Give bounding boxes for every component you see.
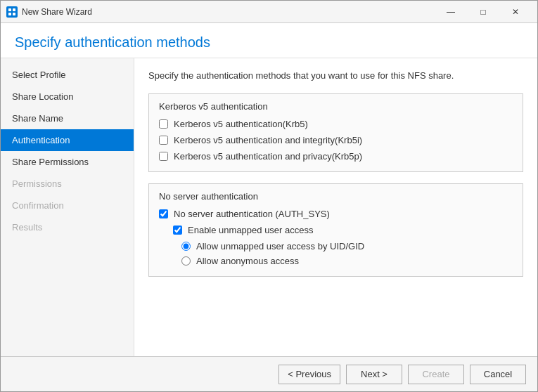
kerberos-group-title: Kerberos v5 authentication [159, 101, 513, 112]
krb5p-checkbox[interactable] [159, 152, 168, 161]
krb5p-row: Kerberos v5 authentication and privacy(K… [159, 151, 513, 162]
kerberos-group: Kerberos v5 authentication Kerberos v5 a… [148, 93, 523, 172]
krb5p-label: Kerberos v5 authentication and privacy(K… [174, 151, 362, 162]
svg-rect-2 [8, 13, 11, 15]
sidebar: Select Profile Share Location Share Name… [1, 58, 134, 356]
footer: < Previous Next > Create Cancel [1, 356, 537, 391]
enable-unmapped-checkbox[interactable] [173, 226, 182, 235]
window-title: New Share Wizard [22, 7, 435, 17]
sidebar-item-confirmation: Confirmation [1, 195, 134, 216]
krb5-checkbox[interactable] [159, 119, 168, 129]
sidebar-item-share-name[interactable]: Share Name [1, 107, 134, 129]
page-header: Specify authentication methods [1, 23, 537, 58]
description: Specify the authentication methods that … [148, 70, 523, 82]
svg-rect-0 [8, 8, 11, 11]
sidebar-item-permissions: Permissions [1, 173, 134, 195]
auth-sys-checkbox[interactable] [159, 209, 168, 218]
krb5-label: Kerberos v5 authentication(Krb5) [174, 119, 308, 129]
anonymous-row: Allow anonymous access [159, 256, 513, 266]
uid-gid-row: Allow unmapped user access by UID/GID [159, 241, 513, 251]
auth-sys-label: No server authentication (AUTH_SYS) [174, 209, 330, 219]
cancel-button[interactable]: Cancel [470, 365, 526, 384]
no-server-group-title: No server authentication [159, 191, 513, 202]
page-title: Specify authentication methods [15, 34, 210, 50]
enable-unmapped-row: Enable unmapped user access [159, 225, 513, 235]
minimize-button[interactable]: — [435, 1, 467, 23]
close-button[interactable]: ✕ [499, 1, 532, 23]
uid-gid-radio[interactable] [181, 242, 191, 251]
maximize-button[interactable]: □ [467, 1, 499, 23]
window: New Share Wizard — □ ✕ Specify authentic… [0, 0, 538, 392]
sidebar-item-share-location[interactable]: Share Location [1, 86, 134, 107]
sidebar-item-results: Results [1, 216, 134, 238]
krb5i-label: Kerberos v5 authentication and integrity… [174, 135, 362, 145]
svg-rect-3 [13, 13, 15, 15]
previous-button[interactable]: < Previous [278, 365, 340, 384]
next-button[interactable]: Next > [346, 365, 402, 384]
krb5-row: Kerberos v5 authentication(Krb5) [159, 119, 513, 129]
main-body: Select Profile Share Location Share Name… [1, 58, 537, 356]
sidebar-item-select-profile[interactable]: Select Profile [1, 64, 134, 86]
auth-sys-row: No server authentication (AUTH_SYS) [159, 209, 513, 219]
enable-unmapped-label: Enable unmapped user access [188, 225, 314, 235]
window-controls: — □ ✕ [435, 1, 532, 23]
sidebar-item-authentication[interactable]: Authentication [1, 129, 134, 151]
create-button: Create [408, 365, 464, 384]
krb5i-row: Kerberos v5 authentication and integrity… [159, 135, 513, 145]
content-area: Specify authentication methods Select Pr… [1, 23, 537, 391]
title-bar: New Share Wizard — □ ✕ [1, 1, 537, 23]
sidebar-item-share-permissions[interactable]: Share Permissions [1, 151, 134, 173]
anonymous-radio[interactable] [181, 256, 191, 266]
svg-rect-1 [13, 8, 15, 11]
krb5i-checkbox[interactable] [159, 136, 168, 145]
uid-gid-label: Allow unmapped user access by UID/GID [196, 241, 364, 251]
no-server-group: No server authentication No server authe… [148, 183, 523, 277]
main-content: Specify the authentication methods that … [134, 58, 537, 356]
app-icon [6, 6, 18, 18]
anonymous-label: Allow anonymous access [196, 256, 299, 266]
